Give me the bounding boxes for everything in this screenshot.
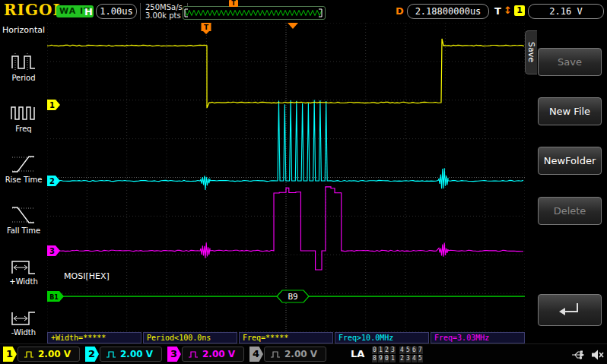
channel-3-badge[interactable]: 3 [167, 347, 181, 362]
measurement-bar: +Width=***** Period<100.0ns Freq=***** F… [47, 332, 525, 343]
measurement-period: Period<100.0ns [143, 332, 237, 343]
sidebar-item-freq[interactable]: Freq [0, 86, 47, 133]
pos-width-icon [11, 254, 37, 277]
la-digit: 5 [418, 355, 423, 362]
neg-width-icon [11, 305, 37, 328]
save-button[interactable]: Save [538, 48, 602, 76]
channel-1-scale-box[interactable]: 2.00 V [17, 347, 80, 362]
usb-icon [570, 349, 587, 360]
ch2-trace [47, 100, 523, 190]
la-digit: 0 [384, 355, 389, 362]
la-digit: 1 [378, 347, 383, 354]
delay-readout: 2.18800000us [407, 4, 489, 19]
la-digit: 8 [372, 355, 377, 362]
la-digit: 7 [418, 347, 423, 354]
sidebar-item-label: +Width [9, 277, 37, 286]
svg-text:3: 3 [49, 247, 55, 255]
back-arrow-icon [557, 301, 583, 319]
measurement-freq-ch2: Freq>10.0MHz [335, 332, 429, 343]
softkey-menu: Save Save New File NewFolder Delete [525, 23, 607, 343]
bus-name-label: MOSI[HEX] [64, 271, 110, 281]
la-digit: 4 [399, 347, 405, 354]
channel-3-scale-box[interactable]: 2.00 V [182, 347, 244, 362]
sidebar-item-pos-width[interactable]: +Width [0, 239, 47, 286]
trigger-level-readout: 2.16 V [528, 4, 604, 19]
scope-traces: B9MOSI[HEX]123B1T [47, 23, 525, 332]
bus-value: B9 [288, 292, 297, 302]
delete-button[interactable]: Delete [538, 197, 602, 225]
oscilloscope-screen: RIGOL WA IT H 1.00us 250MSa/s 3.00k pts … [0, 0, 607, 364]
preview-waveform [183, 8, 323, 18]
coupling-icon [188, 350, 199, 359]
channel-1-scale: 2.00 V [38, 349, 71, 359]
channel-4-scale-box[interactable]: 2.00 V [264, 347, 326, 362]
back-button[interactable] [538, 294, 602, 326]
menu-tab-save: Save [525, 30, 537, 74]
channel-2-scale-box[interactable]: 2.00 V [100, 347, 162, 362]
measure-sidebar: Horizontal Period Freq Rise Time [0, 23, 47, 343]
coupling-icon [24, 350, 34, 359]
coupling-icon [106, 350, 116, 359]
horizontal-label: H [84, 6, 93, 17]
sidebar-item-rise-time[interactable]: Rise Time [0, 137, 47, 184]
sidebar-item-neg-width[interactable]: -Width [0, 290, 47, 337]
new-file-button[interactable]: New File [538, 97, 602, 125]
speaker-muted-icon [591, 349, 605, 361]
svg-text:T: T [204, 24, 209, 31]
rise-time-icon [11, 152, 37, 175]
timebase-readout: 1.00us [96, 4, 137, 19]
channel-4-scale: 2.00 V [284, 349, 317, 359]
measurement-freq-ch1: Freq=***** [239, 332, 333, 343]
la-digit: 9 [378, 355, 383, 362]
freq-icon [11, 101, 37, 124]
logic-analyzer-channel-grid: 0 1 2 3 4 5 6 7 8 9 0 1 2 3 4 5 [372, 347, 423, 363]
la-digit: 4 [412, 355, 417, 362]
svg-text:2: 2 [49, 177, 55, 185]
waveform-preview-strip[interactable] [183, 6, 326, 20]
fall-time-icon [11, 203, 37, 226]
coupling-icon [270, 350, 281, 359]
sidebar-title: Horizontal [0, 23, 47, 35]
measurement-pos-width: +Width=***** [47, 332, 141, 343]
sample-rate-readout: 250MSa/s 3.00k pts [140, 3, 188, 20]
la-digit: 3 [390, 347, 396, 354]
preview-trigger-marker: T [229, 0, 238, 7]
top-bar: RIGOL WA IT H 1.00us 250MSa/s 3.00k pts … [0, 0, 607, 23]
ch3-trace [47, 187, 523, 270]
delay-label: D [396, 5, 404, 17]
brand-logo: RIGOL [4, 1, 65, 19]
channel-1-badge[interactable]: 1 [3, 347, 17, 362]
channel-2-badge[interactable]: 2 [85, 347, 99, 362]
logic-analyzer-label[interactable]: LA [351, 348, 364, 359]
la-digit: 1 [390, 355, 396, 362]
la-digit: 3 [405, 355, 411, 362]
sidebar-item-period[interactable]: Period [0, 35, 47, 82]
channel-4-badge[interactable]: 4 [249, 347, 263, 362]
sidebar-item-fall-time[interactable]: Fall Time [0, 188, 47, 235]
sidebar-item-label: Rise Time [5, 176, 43, 184]
status-bar: 1 2.00 V 2 2.00 V 3 2.00 V 4 2.0 [0, 343, 607, 364]
svg-text:1: 1 [49, 101, 55, 109]
channel-2-scale: 2.00 V [120, 349, 153, 359]
sidebar-item-label: Period [11, 74, 35, 82]
sidebar-item-label: -Width [11, 328, 36, 337]
trigger-slope-icon: ↕ [504, 5, 512, 16]
graticule-display: B9MOSI[HEX]123B1T [47, 23, 525, 332]
sample-rate-value: 250MSa/s [145, 3, 183, 11]
trigger-source-badge: 1 [514, 5, 525, 16]
la-digit: 2 [399, 355, 405, 362]
delay-position-marker [288, 23, 298, 29]
channel-3-scale: 2.00 V [202, 349, 235, 359]
measurement-freq-ch3: Freq=3.03MHz [431, 332, 525, 343]
la-digit: 0 [372, 347, 377, 354]
period-icon [11, 50, 37, 73]
new-folder-button[interactable]: NewFolder [538, 147, 602, 175]
la-digit: 6 [412, 347, 417, 354]
svg-text:B1: B1 [49, 294, 59, 301]
la-digit: 2 [384, 347, 389, 354]
trigger-label: T [494, 5, 501, 17]
sidebar-item-label: Freq [15, 125, 31, 133]
la-digit: 5 [405, 347, 411, 354]
memory-depth-value: 3.00k pts [145, 11, 183, 20]
sidebar-item-label: Fall Time [7, 226, 40, 235]
